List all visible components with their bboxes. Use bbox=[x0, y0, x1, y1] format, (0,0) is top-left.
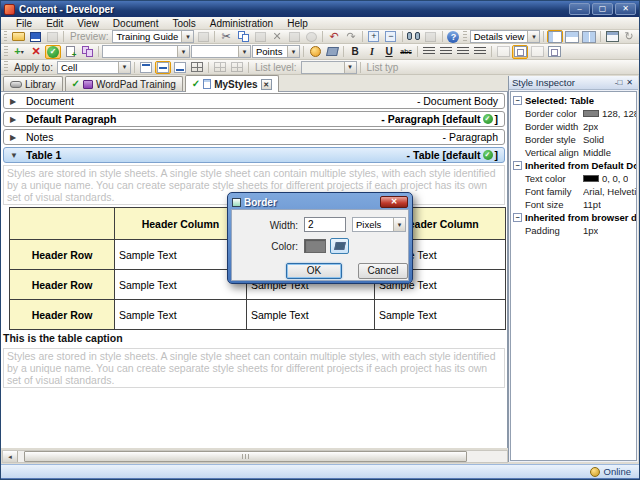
tab-close-button[interactable]: ✕ bbox=[261, 79, 272, 90]
maximize-button[interactable]: ▢ bbox=[592, 3, 613, 15]
tab-library[interactable]: Library bbox=[3, 76, 63, 91]
help-button[interactable]: ? bbox=[445, 30, 461, 43]
delete-button[interactable]: ✕ bbox=[269, 30, 285, 43]
table-caption[interactable]: This is the table caption bbox=[1, 330, 507, 346]
properties-window-button[interactable] bbox=[604, 30, 620, 43]
font-color-button[interactable] bbox=[307, 45, 323, 59]
close-button[interactable]: ✕ bbox=[615, 3, 636, 15]
style-row-notes[interactable]: ▶ Notes - Paragraph bbox=[3, 129, 505, 145]
style-row-table1[interactable]: ▼ Table 1 - Table [default ✓ ] bbox=[3, 147, 505, 163]
menu-edit[interactable]: Edit bbox=[39, 18, 70, 29]
align-left-button[interactable] bbox=[421, 45, 437, 59]
cut-button[interactable]: ✂ bbox=[218, 30, 234, 43]
dropdown-icon[interactable]: ▾ bbox=[118, 62, 130, 73]
table-row-header-cell[interactable]: Header Row bbox=[10, 240, 115, 270]
cell-merge-button[interactable] bbox=[495, 45, 511, 59]
table-row-header-cell[interactable]: Header Row bbox=[10, 300, 115, 330]
cell-properties-button[interactable] bbox=[546, 45, 562, 59]
underline-button[interactable]: U bbox=[381, 45, 397, 59]
delete-style-button[interactable]: ✕ bbox=[28, 45, 44, 59]
apply-style-button[interactable]: ✓ bbox=[45, 45, 61, 59]
style-row-default-paragraph[interactable]: ▶ Default Paragraph - Paragraph [default… bbox=[3, 111, 505, 127]
valign-bottom-button[interactable] bbox=[172, 61, 188, 74]
new-style-sheet-button[interactable]: + bbox=[62, 45, 78, 59]
redo-button[interactable]: ↷ bbox=[343, 30, 359, 43]
table-row-header-cell[interactable]: Header Row bbox=[10, 270, 115, 300]
open-button[interactable] bbox=[10, 30, 26, 43]
find-next-button[interactable] bbox=[423, 30, 439, 43]
view-mode-combo[interactable]: Details view ▾ bbox=[470, 30, 541, 43]
pin-icon[interactable]: -□ bbox=[613, 78, 624, 88]
zoom-button[interactable] bbox=[303, 30, 319, 43]
horizontal-scrollbar[interactable]: ◂ bbox=[2, 450, 508, 463]
fill-color-button[interactable] bbox=[324, 45, 340, 59]
toolbar-grip[interactable] bbox=[4, 61, 8, 72]
table-cell[interactable]: Sample Text bbox=[375, 300, 506, 330]
paste-special-button[interactable] bbox=[286, 30, 302, 43]
scrollbar-track[interactable] bbox=[18, 451, 507, 462]
ok-button[interactable]: OK bbox=[286, 263, 342, 279]
collapse-all-button[interactable]: − bbox=[383, 30, 399, 43]
dropdown-icon[interactable]: ▾ bbox=[181, 31, 193, 42]
collapse-icon[interactable]: − bbox=[513, 96, 522, 105]
toolbar-grip[interactable] bbox=[4, 46, 8, 58]
dropdown-icon[interactable]: ▾ bbox=[393, 218, 405, 231]
details-view-button[interactable] bbox=[547, 30, 563, 43]
cell-split-button[interactable] bbox=[529, 45, 545, 59]
cell-border-button[interactable] bbox=[512, 45, 528, 59]
menu-file[interactable]: File bbox=[9, 18, 39, 29]
font-size-combo[interactable]: ▾ bbox=[191, 45, 251, 58]
minimize-button[interactable]: – bbox=[569, 3, 590, 15]
scrollbar-thumb[interactable] bbox=[24, 451, 467, 462]
color-picker-button[interactable] bbox=[330, 238, 349, 254]
units-combo[interactable]: Points ▾ bbox=[252, 45, 300, 58]
menu-help[interactable]: Help bbox=[280, 18, 315, 29]
align-center-button[interactable] bbox=[438, 45, 454, 59]
dropdown-icon[interactable]: ▾ bbox=[287, 46, 299, 57]
go-button[interactable] bbox=[195, 30, 211, 43]
dropdown-icon[interactable]: ▾ bbox=[238, 46, 250, 57]
dropdown-icon[interactable]: ▾ bbox=[344, 62, 356, 73]
style-row-document[interactable]: ▶ Document - Document Body bbox=[3, 93, 505, 109]
toolbar-grip[interactable] bbox=[463, 31, 466, 41]
menu-view[interactable]: View bbox=[70, 18, 106, 29]
align-justify-button[interactable] bbox=[472, 45, 488, 59]
align-right-button[interactable] bbox=[455, 45, 471, 59]
table-grid-button[interactable] bbox=[189, 61, 205, 74]
document-combo[interactable]: Training Guide ▾ bbox=[112, 30, 194, 43]
valign-middle-button[interactable] bbox=[155, 61, 171, 74]
undo-button[interactable]: ↶ bbox=[326, 30, 342, 43]
dropdown-icon[interactable]: ▾ bbox=[527, 31, 539, 42]
menu-tools[interactable]: Tools bbox=[165, 18, 202, 29]
tab-mystyles[interactable]: ✓ MyStyles ✕ bbox=[185, 75, 279, 92]
units-select[interactable]: Pixels ▾ bbox=[352, 217, 406, 232]
panel-close-icon[interactable]: ✕ bbox=[624, 78, 635, 88]
tab-wordpad-training[interactable]: ✓ WordPad Training bbox=[65, 76, 183, 91]
cancel-button[interactable]: Cancel bbox=[358, 263, 408, 279]
table-cell[interactable]: Sample Text bbox=[247, 300, 375, 330]
insert-row-button[interactable] bbox=[212, 61, 228, 74]
refresh-button[interactable]: ↻ bbox=[621, 30, 637, 43]
paste-button[interactable] bbox=[252, 30, 268, 43]
list-level-combo[interactable]: ▾ bbox=[301, 61, 357, 74]
save-button[interactable] bbox=[27, 30, 43, 43]
strikethrough-button[interactable]: abc bbox=[398, 45, 414, 59]
dialog-close-button[interactable]: ✕ bbox=[380, 196, 408, 208]
scroll-left-button[interactable]: ◂ bbox=[3, 451, 18, 462]
menu-administration[interactable]: Administration bbox=[203, 18, 280, 29]
expand-all-button[interactable]: + bbox=[366, 30, 382, 43]
italic-button[interactable]: I bbox=[364, 45, 380, 59]
copy-button[interactable] bbox=[235, 30, 251, 43]
color-swatch[interactable] bbox=[304, 239, 326, 253]
insert-column-button[interactable] bbox=[229, 61, 245, 74]
font-family-combo[interactable]: ▾ bbox=[102, 45, 190, 58]
table-cell[interactable]: Sample Text bbox=[115, 300, 247, 330]
width-input[interactable] bbox=[304, 217, 346, 232]
valign-top-button[interactable] bbox=[138, 61, 154, 74]
find-button[interactable] bbox=[406, 30, 422, 43]
toolbar-grip[interactable] bbox=[4, 31, 7, 41]
apply-to-combo[interactable]: Cell ▾ bbox=[57, 61, 131, 74]
dropdown-icon[interactable]: ▾ bbox=[177, 46, 189, 57]
collapse-icon[interactable]: − bbox=[513, 161, 522, 170]
send-button[interactable] bbox=[44, 30, 60, 43]
